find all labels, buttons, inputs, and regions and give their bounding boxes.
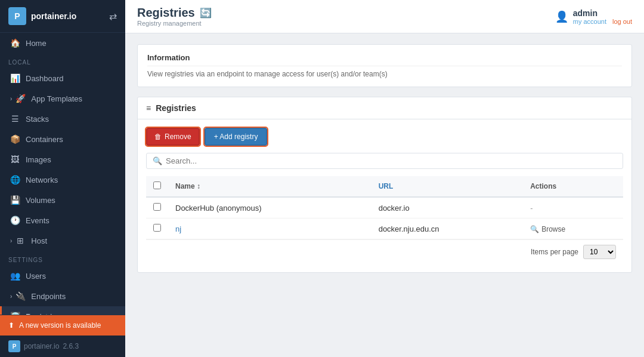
containers-icon: 📦	[10, 134, 20, 144]
host-arrow-icon: ›	[10, 238, 12, 244]
page-title-area: Registries 🔄 Registry management	[137, 6, 212, 27]
registries-panel: ≡ Registries 🗑 Remove + Add registry 🔍	[137, 97, 632, 273]
search-input[interactable]	[166, 156, 617, 165]
row1-action-cell: -	[523, 197, 623, 218]
sidebar-item-volumes[interactable]: 💾 Volumes	[0, 190, 125, 210]
info-box: Information View registries via an endpo…	[137, 44, 632, 87]
url-column-label: URL	[379, 182, 394, 190]
page-title-text: Registries	[137, 6, 195, 20]
sidebar-version: P portainer.io 2.6.3	[0, 336, 125, 357]
user-account-icon: 👤	[555, 10, 568, 23]
sidebar-item-dashboard[interactable]: 📊 Dashboard	[0, 68, 125, 88]
items-per-page-label: Items per page	[531, 248, 578, 256]
sidebar-bottom: ⬆ A new version is available P portainer…	[0, 315, 125, 357]
row1-name-cell: DockerHub (anonymous)	[168, 197, 371, 218]
name-column-header[interactable]: Name ↕	[168, 176, 371, 197]
row2-url-cell: docker.nju.edu.cn	[371, 218, 524, 239]
sidebar-logo[interactable]: P portainer.io ⇄	[0, 0, 125, 33]
sidebar: P portainer.io ⇄ 🏠 Home LOCAL 📊 Dashboar…	[0, 0, 125, 357]
remove-button[interactable]: 🗑 Remove	[146, 128, 200, 146]
url-column-header: URL	[371, 176, 524, 197]
sidebar-item-stacks[interactable]: ☰ Stacks	[0, 109, 125, 129]
log-out-link[interactable]: log out	[612, 18, 632, 25]
sidebar-item-registries[interactable]: 💽 Registries	[0, 306, 125, 315]
sidebar-toggle-icon[interactable]: ⇄	[109, 11, 117, 22]
row2-name-cell: nj	[168, 218, 371, 239]
users-icon: 👥	[10, 271, 20, 281]
volumes-icon: 💾	[10, 195, 20, 205]
new-version-banner[interactable]: ⬆ A new version is available	[0, 315, 125, 336]
actions-column-label: Actions	[530, 182, 556, 190]
table-header: Name ↕ URL Actions	[146, 176, 623, 197]
browse-icon: 🔍	[530, 225, 539, 233]
panel-title: Registries	[156, 103, 196, 113]
user-info: admin my account log out	[573, 8, 632, 25]
sidebar-item-volumes-label: Volumes	[26, 196, 55, 205]
sidebar-item-users[interactable]: 👥 Users	[0, 266, 125, 286]
name-column-label: Name ↕	[175, 182, 200, 190]
sidebar-item-containers-label: Containers	[26, 135, 63, 144]
pagination-bar: Items per page 10 25 50 100	[146, 239, 623, 264]
host-icon: ⊞	[16, 236, 25, 245]
stacks-icon: ☰	[10, 114, 20, 124]
user-name: admin	[573, 8, 632, 18]
version-number: 2.6.3	[63, 342, 79, 350]
info-box-description: View registries via an endpoint to manag…	[147, 70, 622, 78]
row1-name: DockerHub (anonymous)	[175, 204, 262, 213]
networks-icon: 🌐	[10, 175, 20, 184]
sidebar-item-app-templates-label: App Templates	[31, 94, 82, 103]
select-all-checkbox[interactable]	[153, 181, 161, 189]
panel-body: 🗑 Remove + Add registry 🔍	[138, 119, 631, 272]
add-button-label: + Add registry	[214, 133, 258, 141]
sidebar-item-images-label: Images	[26, 155, 51, 164]
sidebar-item-app-templates[interactable]: › 🚀 App Templates	[0, 88, 125, 109]
new-version-icon: ⬆	[8, 321, 14, 330]
row1-url-cell: docker.io	[371, 197, 524, 218]
actions-column-header: Actions	[523, 176, 623, 197]
logo-version-text: portainer.io	[24, 342, 59, 350]
my-account-link[interactable]: my account	[573, 18, 606, 25]
sidebar-item-home-label: Home	[26, 39, 47, 48]
sidebar-item-networks-label: Networks	[26, 176, 58, 184]
sidebar-item-host-label: Host	[31, 236, 47, 245]
search-icon: 🔍	[153, 156, 162, 165]
sidebar-item-events[interactable]: 🕐 Events	[0, 210, 125, 230]
row1-url: docker.io	[379, 204, 410, 213]
images-icon: 🖼	[10, 155, 20, 164]
sidebar-item-host[interactable]: › ⊞ Host	[0, 230, 125, 251]
sidebar-item-networks[interactable]: 🌐 Networks	[0, 170, 125, 190]
main-content: Registries 🔄 Registry management 👤 admin…	[125, 0, 644, 357]
panel-icon: ≡	[146, 103, 151, 113]
sidebar-item-dashboard-label: Dashboard	[26, 74, 64, 83]
sidebar-item-endpoints[interactable]: › 🔌 Endpoints	[0, 286, 125, 306]
browse-label: Browse	[541, 225, 565, 233]
version-logo-icon: P	[8, 340, 20, 352]
browse-button[interactable]: 🔍 Browse	[530, 225, 565, 233]
logo-text: portainer.io	[31, 11, 76, 21]
settings-section-label: SETTINGS	[0, 251, 125, 266]
remove-button-label: Remove	[165, 133, 191, 141]
search-bar: 🔍	[146, 153, 623, 169]
row1-checkbox[interactable]	[153, 203, 161, 211]
row2-checkbox[interactable]	[153, 224, 161, 232]
dashboard-icon: 📊	[10, 73, 20, 83]
sidebar-item-containers[interactable]: 📦 Containers	[0, 129, 125, 149]
row2-name-link[interactable]: nj	[175, 224, 181, 233]
table-body: DockerHub (anonymous) docker.io -	[146, 197, 623, 239]
sidebar-item-events-label: Events	[26, 216, 49, 225]
add-registry-button[interactable]: + Add registry	[205, 128, 268, 146]
row1-action: -	[530, 204, 532, 213]
sidebar-nav: 🏠 Home LOCAL 📊 Dashboard › 🚀 App Templat…	[0, 33, 125, 315]
page-subtitle: Registry management	[137, 20, 212, 27]
topbar: Registries 🔄 Registry management 👤 admin…	[125, 0, 644, 33]
sidebar-item-stacks-label: Stacks	[26, 115, 49, 124]
table-row: nj docker.nju.edu.cn 🔍 Browse	[146, 218, 623, 239]
sidebar-item-home[interactable]: 🏠 Home	[0, 33, 125, 53]
endpoints-icon: 🔌	[16, 291, 25, 301]
items-per-page-select[interactable]: 10 25 50 100	[583, 245, 616, 259]
refresh-icon[interactable]: 🔄	[200, 7, 212, 19]
sidebar-item-images[interactable]: 🖼 Images	[0, 149, 125, 170]
content-area: Information View registries via an endpo…	[125, 33, 644, 357]
select-all-column	[146, 176, 168, 197]
user-area: 👤 admin my account log out	[555, 8, 632, 25]
